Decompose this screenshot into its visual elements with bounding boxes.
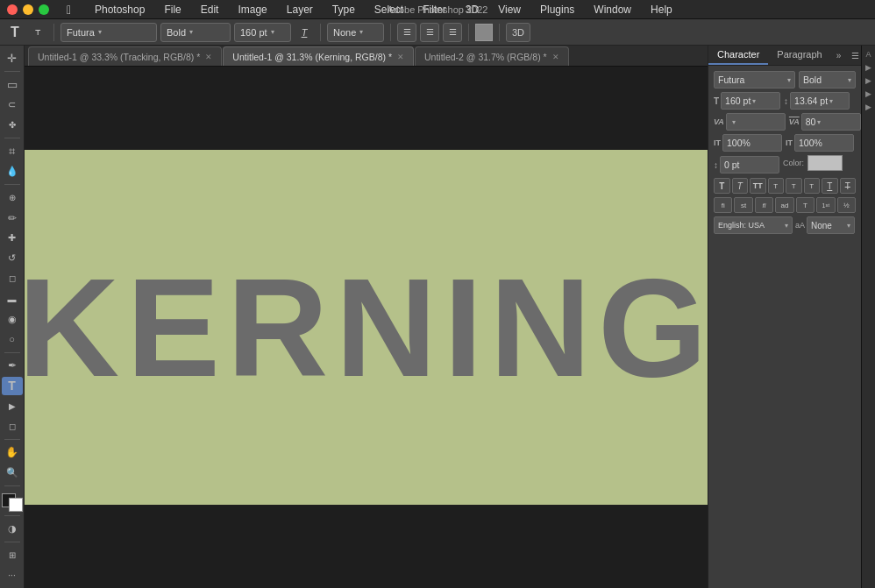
italic-button[interactable]: T (732, 178, 749, 194)
panel-strip-button-3[interactable]: ▶ (864, 75, 874, 86)
font-family-dropdown[interactable]: Futura ▾ (60, 23, 157, 42)
blur-tool[interactable]: ◉ (2, 310, 23, 329)
hand-tool[interactable]: ✋ (2, 443, 23, 462)
menu-help[interactable]: Help (647, 2, 676, 18)
canvas[interactable]: KERNING (25, 150, 708, 505)
crop-tool[interactable]: ⌗ (2, 142, 23, 160)
menu-layer[interactable]: Layer (283, 2, 317, 18)
rectangle-select-tool[interactable]: ▭ (2, 75, 23, 94)
move-tool[interactable]: ✛ (2, 49, 23, 67)
panel-strip-button-1[interactable]: A (864, 49, 874, 60)
tab-close-icon[interactable]: ✕ (205, 53, 212, 61)
apple-logo[interactable]:  (67, 4, 79, 16)
tab-paragraph[interactable]: Paragraph (768, 46, 830, 65)
baseline-field[interactable]: 0 pt (720, 156, 779, 174)
tracking-field[interactable]: 80 ▾ (801, 113, 861, 131)
bold-button[interactable]: T (714, 178, 730, 194)
font-size-dropdown[interactable]: 160 pt ▾ (234, 23, 291, 42)
font-style-dropdown[interactable]: Bold ▾ (160, 23, 231, 42)
allcaps-button[interactable]: TT (750, 178, 766, 194)
zoom-tool[interactable]: 🔍 (2, 464, 23, 482)
quick-select-tool[interactable]: ✤ (2, 116, 23, 134)
anti-alias-dropdown-panel[interactable]: None ▾ (807, 216, 855, 234)
menu-plugins[interactable]: Plugins (537, 2, 578, 18)
history-brush-tool[interactable]: ↺ (2, 249, 23, 267)
align-center-button[interactable]: ☰ (420, 23, 439, 42)
quick-mask-button[interactable]: ◑ (2, 520, 23, 538)
gradient-tool[interactable]: ▬ (2, 289, 23, 308)
minimize-button[interactable] (23, 4, 33, 15)
tab-character[interactable]: Character (708, 46, 768, 65)
vertical-scale-field[interactable]: 100% (794, 134, 854, 152)
character-font-family[interactable]: Futura ▾ (714, 71, 795, 89)
align-right-button[interactable]: ☰ (443, 23, 462, 42)
menu-view[interactable]: View (494, 2, 524, 18)
shape-tool[interactable]: ◻ (2, 417, 23, 436)
menu-window[interactable]: Window (590, 2, 635, 18)
path-select-tool[interactable]: ▶ (2, 397, 23, 415)
subscript-button[interactable]: T (804, 178, 821, 194)
color-label: Color: (783, 159, 804, 167)
eraser-tool[interactable]: ◻ (2, 269, 23, 287)
standard-ligatures-button[interactable]: st (734, 197, 752, 213)
3d-button[interactable]: 3D (506, 23, 530, 42)
canvas-text[interactable]: KERNING (25, 247, 708, 408)
panel-strip-button-2[interactable]: ▶ (864, 62, 874, 73)
background-color[interactable] (9, 498, 23, 512)
lasso-tool[interactable]: ⊂ (2, 96, 23, 114)
chevron-down-icon: ▾ (98, 28, 102, 36)
text-orient-button[interactable]: ᴛ (28, 23, 47, 42)
align-left-button[interactable]: ☰ (397, 23, 416, 42)
character-font-style[interactable]: Bold ▾ (799, 71, 856, 89)
vertical-scale-icon: IT (786, 138, 793, 147)
leading-field[interactable]: 13.64 pt ▾ (790, 92, 850, 110)
contextual-alternates-button[interactable]: fi (755, 197, 773, 213)
text-color-swatch[interactable] (475, 24, 493, 41)
panel-expand-icon[interactable]: » (831, 47, 847, 64)
close-button[interactable] (7, 4, 18, 15)
menu-photoshop[interactable]: Photoshop (91, 2, 148, 18)
chevron-down-icon: ▾ (732, 118, 736, 126)
menu-type[interactable]: Type (329, 2, 359, 18)
ordinals-button[interactable]: 1st (816, 197, 835, 213)
color-wells[interactable] (2, 493, 23, 512)
tab-close-icon[interactable]: ✕ (397, 53, 404, 61)
menu-edit[interactable]: Edit (197, 2, 223, 18)
underline-button[interactable]: T (822, 178, 838, 194)
type-tool[interactable]: T (2, 377, 23, 395)
warp-text-button[interactable]: T (295, 23, 314, 42)
fractions-button[interactable]: ½ (837, 197, 856, 213)
screen-mode-button[interactable]: ⊞ (2, 546, 23, 564)
more-tools-button[interactable]: ··· (2, 566, 23, 584)
panel-strip-button-5[interactable]: ▶ (864, 102, 874, 112)
pen-tool[interactable]: ✒ (2, 357, 23, 375)
clone-tool[interactable]: ✚ (2, 229, 23, 247)
canvas-viewport[interactable]: KERNING (25, 67, 708, 588)
language-dropdown[interactable]: English: USA ▾ (714, 216, 793, 234)
tab-close-icon[interactable]: ✕ (552, 53, 559, 61)
menu-image[interactable]: Image (234, 2, 270, 18)
menu-file[interactable]: File (160, 2, 184, 18)
brush-tool[interactable]: ✏ (2, 209, 23, 227)
anti-alias-dropdown[interactable]: None ▾ (327, 23, 384, 42)
tab-tracking[interactable]: Untitled-1 @ 33.3% (Tracking, RGB/8) * ✕ (28, 46, 222, 66)
healing-tool[interactable]: ⊕ (2, 188, 23, 207)
smallcaps-button[interactable]: T (768, 178, 785, 194)
kerning-icon: VA (714, 117, 724, 126)
eyedropper-tool[interactable]: 💧 (2, 162, 23, 181)
horizontal-scale-field[interactable]: 100% (722, 134, 782, 152)
tab-kerning[interactable]: Untitled-1 @ 31.3% (Kerning, RGB/8) * ✕ (223, 46, 414, 66)
character-color-swatch[interactable] (807, 155, 843, 171)
discretionary-ligatures-button[interactable]: ad (775, 197, 793, 213)
dodge-tool[interactable]: ○ (2, 330, 23, 349)
old-style-button[interactable]: T (796, 197, 815, 213)
tab-untitled2[interactable]: Untitled-2 @ 31.7% (RGB/8) * ✕ (415, 46, 569, 66)
ligatures-button[interactable]: fi (714, 197, 732, 213)
superscript-button[interactable]: T (786, 178, 802, 194)
kerning-field[interactable]: ▾ (726, 113, 786, 131)
baseline-icon: ↕ (714, 160, 718, 170)
strikethrough-button[interactable]: T (840, 178, 857, 194)
panel-strip-button-4[interactable]: ▶ (864, 89, 874, 99)
maximize-button[interactable] (39, 4, 49, 15)
font-size-field[interactable]: 160 pt ▾ (721, 92, 780, 110)
